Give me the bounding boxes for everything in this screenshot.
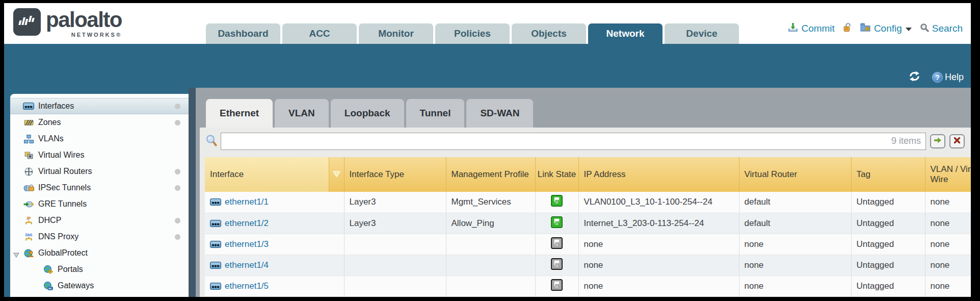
virtual-routers-icon xyxy=(22,167,35,176)
sidebar-item-label: GlobalProtect xyxy=(38,248,88,258)
search-button[interactable]: Search xyxy=(920,23,963,35)
cell-interface-type xyxy=(344,255,446,275)
column-header-virtual-router[interactable]: Virtual Router xyxy=(739,157,851,192)
cell-virtual-router: none xyxy=(739,234,851,255)
cell-vlan: none xyxy=(925,255,971,275)
sort-dropdown[interactable] xyxy=(329,157,344,192)
lock-button[interactable] xyxy=(843,22,852,35)
cell-link-state xyxy=(535,234,578,255)
items-count: 9 items xyxy=(891,136,921,146)
tab-policies[interactable]: Policies xyxy=(435,23,510,44)
config-label: Config xyxy=(874,23,902,34)
help-icon[interactable]: ? xyxy=(932,72,943,83)
filter-bar: 9 items xyxy=(200,128,971,155)
commit-button[interactable]: Commit xyxy=(788,22,834,35)
sidebar: Interfaces Zones xyxy=(10,94,189,297)
cell-virtual-router: none xyxy=(739,255,851,275)
sidebar-item-dhcp[interactable]: IP DHCP xyxy=(10,212,189,229)
sidebar-item-virtual-wires[interactable]: Virtual Wires xyxy=(10,147,189,163)
cell-interface-type xyxy=(344,275,446,296)
tab-dashboard[interactable]: Dashboard xyxy=(206,23,280,44)
refresh-icon[interactable] xyxy=(908,71,921,84)
sidebar-item-virtual-routers[interactable]: Virtual Routers xyxy=(10,163,189,180)
sidebar-item-label: Gateways xyxy=(58,281,94,290)
item-dot xyxy=(175,218,180,223)
cell-tag: Untagged xyxy=(851,275,925,296)
sidebar-item-portals[interactable]: Portals xyxy=(10,261,189,278)
cell-mgmt-profile xyxy=(446,234,535,255)
interface-subtabs: Ethernet VLAN Loopback Tunnel SD-WAN xyxy=(206,99,535,128)
interface-link[interactable]: ethernet1/2 xyxy=(225,218,269,228)
filter-magnifier-icon xyxy=(206,134,217,149)
subtab-tunnel[interactable]: Tunnel xyxy=(406,99,465,128)
clear-filter-button[interactable] xyxy=(949,134,965,148)
sidebar-item-label: DHCP xyxy=(38,216,61,225)
link-state-icon xyxy=(551,195,563,207)
item-dot xyxy=(175,120,180,126)
column-header-vlan-virtual-wire[interactable]: VLAN / Virtual Wire xyxy=(925,157,971,192)
brand-sub: NETWORKS® xyxy=(71,32,122,38)
sidebar-item-interfaces[interactable]: Interfaces xyxy=(10,98,189,114)
link-state-icon xyxy=(551,216,563,228)
table-row[interactable]: ethernet1/5 xyxy=(205,275,971,296)
subtab-sdwan[interactable]: SD-WAN xyxy=(466,99,533,128)
ethernet-port-icon xyxy=(210,241,221,248)
ethernet-panel: 9 items xyxy=(200,128,971,297)
help-label[interactable]: Help xyxy=(945,72,964,83)
ethernet-port-icon xyxy=(210,220,221,227)
sidebar-item-label: Zones xyxy=(38,118,61,127)
sidebar-item-globalprotect[interactable]: GlobalProtect xyxy=(10,245,189,261)
sidebar-item-label: Portals xyxy=(58,265,83,274)
subtab-vlan[interactable]: VLAN xyxy=(275,99,329,128)
interface-link[interactable]: ethernet1/5 xyxy=(225,281,269,291)
lock-icon xyxy=(843,22,852,35)
commit-label: Commit xyxy=(801,23,834,34)
interface-link[interactable]: ethernet1/1 xyxy=(225,197,269,207)
filter-input[interactable] xyxy=(221,133,926,150)
sidebar-item-label: DNS Proxy xyxy=(38,232,78,241)
apply-filter-button[interactable] xyxy=(930,134,945,148)
interface-link[interactable]: ethernet1/4 xyxy=(225,260,269,270)
tab-device[interactable]: Device xyxy=(665,23,739,44)
interfaces-table: Interface Interface Type Management Prof… xyxy=(205,157,971,297)
column-header-tag[interactable]: Tag xyxy=(851,157,925,192)
cell-ip-address: Internet_L3_203-0-113-254--24 xyxy=(578,213,739,234)
table-row[interactable]: ethernet1/3 xyxy=(205,234,971,255)
interface-link[interactable]: ethernet1/3 xyxy=(225,239,269,249)
tab-acc[interactable]: ACC xyxy=(282,23,357,44)
sidebar-item-dns-proxy[interactable]: DNS DNS Proxy xyxy=(10,229,189,245)
column-header-interface[interactable]: Interface xyxy=(205,157,329,192)
virtual-wires-icon xyxy=(22,152,35,159)
dhcp-icon: IP xyxy=(22,216,35,225)
cell-interface-type xyxy=(344,234,446,255)
sidebar-item-ipsec-tunnels[interactable]: IPSec Tunnels xyxy=(10,180,189,196)
config-dropdown[interactable]: Config xyxy=(860,22,912,35)
subtab-loopback[interactable]: Loopback xyxy=(331,99,404,128)
sidebar-item-label: VLANs xyxy=(38,134,64,143)
table-row[interactable]: ethernet1/4 xyxy=(205,255,971,275)
tab-objects[interactable]: Objects xyxy=(512,23,586,44)
sidebar-item-gre-tunnels[interactable]: GRE Tunnels xyxy=(10,196,189,212)
table-row[interactable]: ethernet1/1 Layer3 Mgmt_Services xyxy=(205,192,971,213)
subtab-ethernet[interactable]: Ethernet xyxy=(206,99,273,128)
header: paloalto NETWORKS® Dashboard ACC Monitor… xyxy=(4,3,971,44)
table-header-row: Interface Interface Type Management Prof… xyxy=(205,157,971,192)
sidebar-item-vlans[interactable]: VLANs xyxy=(10,131,189,147)
cell-link-state xyxy=(535,213,578,234)
sidebar-item-gateways[interactable]: Gateways xyxy=(10,278,189,294)
cell-tag: Untagged xyxy=(851,213,925,234)
sidebar-item-zones[interactable]: Zones xyxy=(10,114,189,131)
column-header-ip-address[interactable]: IP Address xyxy=(578,157,739,192)
tab-monitor[interactable]: Monitor xyxy=(359,23,433,44)
expander-triangle-icon[interactable] xyxy=(13,250,19,260)
table-row[interactable]: ethernet1/2 Layer3 Allow_Ping xyxy=(205,213,971,234)
column-header-management-profile[interactable]: Management Profile xyxy=(446,157,535,192)
column-header-interface-type[interactable]: Interface Type xyxy=(344,157,446,192)
dns-proxy-icon: DNS xyxy=(22,233,35,241)
item-dot xyxy=(175,234,180,240)
green-arrow-icon xyxy=(934,137,942,146)
zones-icon xyxy=(22,119,35,127)
cell-tag: Untagged xyxy=(851,255,925,275)
column-header-link-state[interactable]: Link State xyxy=(535,157,578,192)
tab-network[interactable]: Network xyxy=(588,23,663,44)
